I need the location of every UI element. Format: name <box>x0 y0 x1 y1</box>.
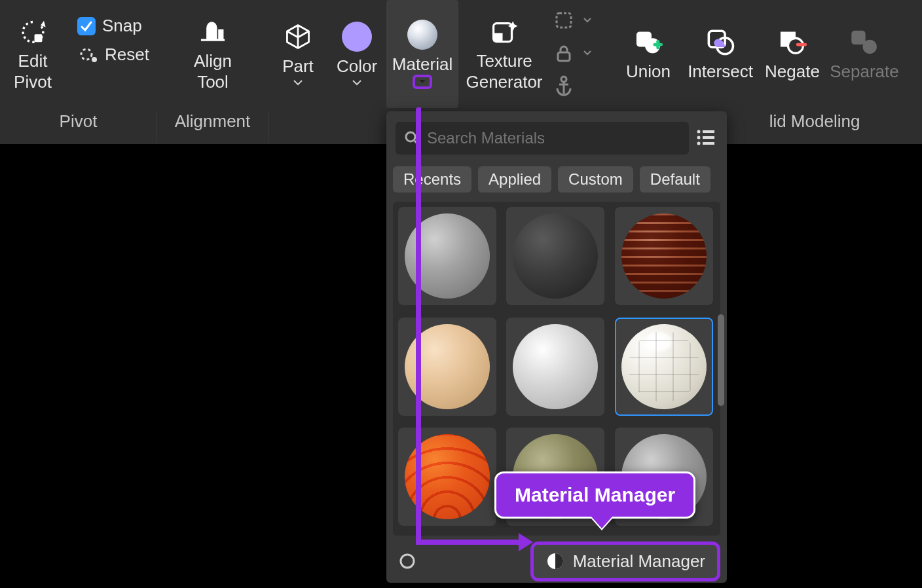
part-label: Part <box>282 56 314 77</box>
anchor-tool-button[interactable] <box>553 75 613 97</box>
filter-custom[interactable]: Custom <box>558 166 633 193</box>
filter-default[interactable]: Default <box>640 166 710 193</box>
material-label: Material <box>392 54 452 75</box>
svg-rect-0 <box>35 34 43 42</box>
generate-button[interactable] <box>393 552 416 570</box>
view-list-icon[interactable] <box>695 127 718 149</box>
edit-pivot-button[interactable]: Edit Pivot <box>0 0 65 108</box>
svg-rect-3 <box>218 29 223 39</box>
color-swatch-icon <box>342 22 372 52</box>
color-button[interactable]: Color <box>327 0 386 108</box>
checkbox-on-icon <box>77 17 96 35</box>
reset-label: Reset <box>105 45 149 65</box>
svg-rect-6 <box>557 13 571 28</box>
grid-scrollbar[interactable] <box>718 314 724 406</box>
align-tool-icon <box>198 16 228 46</box>
svg-rect-28 <box>703 142 714 145</box>
intersect-icon <box>705 27 735 57</box>
caret-down-icon <box>291 78 304 87</box>
material-manager-icon <box>545 551 565 571</box>
ribbon-row: Edit Pivot Snap Reset Align Tool <box>0 0 922 111</box>
material-swatch-selected[interactable] <box>615 318 713 416</box>
edit-pivot-label: Edit Pivot <box>14 50 52 92</box>
edit-pivot-icon <box>18 16 48 46</box>
material-manager-button[interactable]: Material Manager <box>530 542 720 581</box>
texture-generator-button[interactable]: Texture Generator <box>458 0 550 108</box>
color-label: Color <box>337 56 377 77</box>
svg-rect-26 <box>703 136 714 139</box>
negate-icon <box>777 27 807 57</box>
align-tool-button[interactable]: Align Tool <box>157 0 268 108</box>
union-button[interactable]: Union <box>616 0 681 108</box>
svg-point-20 <box>863 39 877 53</box>
svg-rect-19 <box>851 30 865 44</box>
reset-icon <box>77 44 98 65</box>
material-dropdown-caret[interactable] <box>413 75 432 89</box>
lock-tool-button[interactable] <box>553 42 613 64</box>
negate-label: Negate <box>765 61 820 82</box>
search-materials-field[interactable] <box>396 122 689 155</box>
separate-icon <box>849 27 879 57</box>
svg-point-27 <box>697 142 701 145</box>
svg-point-23 <box>697 130 701 134</box>
separate-label: Separate <box>830 61 899 82</box>
material-swatch[interactable] <box>506 207 604 305</box>
texture-generator-icon <box>489 16 519 46</box>
svg-point-1 <box>81 49 92 60</box>
separate-button: Separate <box>825 0 904 108</box>
material-swatch[interactable] <box>398 428 496 526</box>
svg-rect-24 <box>703 130 714 133</box>
filter-recents[interactable]: Recents <box>393 166 471 193</box>
caret-down-icon <box>350 78 363 87</box>
negate-button[interactable]: Negate <box>760 0 825 108</box>
part-icon <box>283 22 313 52</box>
svg-point-25 <box>697 136 701 139</box>
material-swatch[interactable] <box>398 207 496 305</box>
material-button[interactable]: Material <box>386 0 458 108</box>
intersect-label: Intersect <box>688 61 753 82</box>
union-label: Union <box>626 61 671 82</box>
svg-point-29 <box>401 555 414 568</box>
svg-rect-7 <box>558 52 570 61</box>
caret-down-icon <box>581 47 593 59</box>
svg-point-21 <box>406 132 415 141</box>
selection-tool-button[interactable] <box>553 9 613 31</box>
snap-reset-group: Snap Reset <box>65 0 157 111</box>
material-swatch[interactable] <box>615 207 713 305</box>
part-button[interactable]: Part <box>268 0 327 108</box>
caret-down-icon <box>581 14 593 26</box>
material-swatch[interactable] <box>506 318 604 416</box>
svg-point-8 <box>561 77 566 82</box>
material-swatch[interactable] <box>398 318 496 416</box>
callout-tooltip: Material Manager <box>494 471 695 519</box>
svg-rect-5 <box>494 33 503 41</box>
guide-arrow-horizontal <box>416 540 521 545</box>
svg-point-2 <box>92 57 97 62</box>
align-tool-label: Align Tool <box>194 50 232 92</box>
reset-button[interactable]: Reset <box>77 44 145 65</box>
anchor-icon <box>553 75 575 97</box>
material-manager-label: Material Manager <box>573 551 705 572</box>
filter-applied[interactable]: Applied <box>478 166 551 193</box>
material-filter-row: Recents Applied Custom Default <box>393 158 720 202</box>
snap-label: Snap <box>102 16 142 36</box>
search-input[interactable] <box>427 129 681 147</box>
micro-tools-group <box>550 0 616 111</box>
material-swatch-icon <box>407 20 437 50</box>
intersect-button[interactable]: Intersect <box>681 0 760 108</box>
texture-generator-label: Texture Generator <box>466 50 542 92</box>
union-icon <box>633 27 663 57</box>
selection-icon <box>553 9 575 31</box>
snap-toggle[interactable]: Snap <box>77 16 145 36</box>
guide-arrow-head <box>519 533 533 551</box>
section-label-alignment: Alignment <box>157 111 268 143</box>
guide-arrow-vertical <box>416 107 422 542</box>
lock-icon <box>553 42 575 64</box>
section-label-pivot: Pivot <box>0 111 157 143</box>
